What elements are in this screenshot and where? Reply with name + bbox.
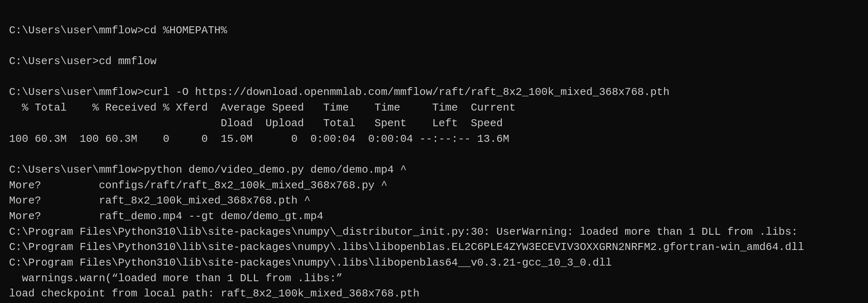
terminal-line-12: More? raft_demo.mp4 --gt demo/demo_gt.mp… (9, 209, 859, 224)
terminal-line-0: C:\Users\user\mmflow>cd %HOMEPATH% (9, 23, 859, 39)
terminal-line-empty-3 (9, 69, 859, 85)
terminal-line-11: More? raft_8x2_100k_mixed_368x768.pth ^ (9, 193, 859, 209)
terminal-line-4: C:\Users\user\mmflow>curl -O https://dow… (9, 85, 859, 100)
terminal-window[interactable]: C:\Users\user\mmflow>cd %HOMEPATH%C:\Use… (0, 0, 868, 303)
terminal-line-9: C:\Users\user\mmflow>python demo/video_d… (9, 162, 859, 178)
terminal-line-13: C:\Program Files\Python310\lib\site-pack… (9, 224, 859, 240)
terminal-line-2: C:\Users\user>cd mmflow (9, 54, 859, 69)
terminal-line-17: load checkpoint from local path: raft_8x… (9, 286, 859, 302)
terminal-line-14: C:\Program Files\Python310\lib\site-pack… (9, 240, 859, 255)
terminal-line-15: C:\Program Files\Python310\lib\site-pack… (9, 255, 859, 271)
terminal-line-7: 100 60.3M 100 60.3M 0 0 15.0M 0 0:00:04 … (9, 132, 859, 147)
terminal-line-empty-8 (9, 147, 859, 162)
terminal-line-5: % Total % Received % Xferd Average Speed… (9, 100, 859, 116)
terminal-line-empty-1 (9, 38, 859, 54)
terminal-line-10: More? configs/raft/raft_8x2_100k_mixed_3… (9, 178, 859, 194)
terminal-line-6: Dload Upload Total Spent Left Speed (9, 116, 859, 132)
terminal-line-16: warnings.warn(“loaded more than 1 DLL fr… (9, 271, 859, 287)
